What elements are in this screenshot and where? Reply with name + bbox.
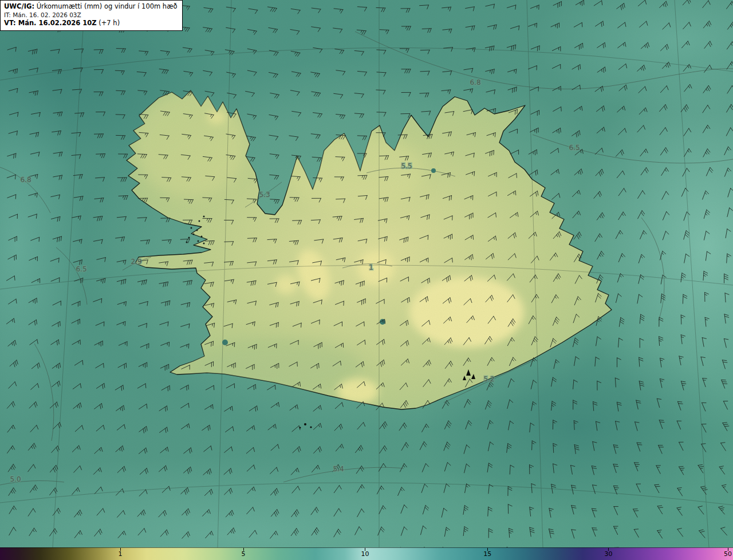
colorbar: 1510153050 <box>0 547 733 560</box>
colorbar-tick-label: 50 <box>724 550 732 558</box>
map-info-box: UWC/IG: Úrkomumætti (mm) og vindur í 100… <box>0 0 183 31</box>
lead-time: (+7 h) <box>97 19 120 27</box>
colorbar-tick-label: 5 <box>241 550 245 558</box>
colorbar-tick-label: 1 <box>118 550 122 558</box>
valid-time-line: VT: Mán. 16.02.2026 10Z (+7 h) <box>4 19 178 27</box>
colorbar-tick-label: 30 <box>604 550 612 558</box>
valid-time: VT: Mán. 16.02.2026 10Z <box>4 19 97 27</box>
map-canvas: 6.86.55.55.36.82.96.515.25.45.0 <box>0 0 733 547</box>
weather-map-app: 6.86.55.55.36.82.96.515.25.45.0 UWC/IG: … <box>0 0 733 560</box>
product-label: UWC/IG: <box>4 2 34 10</box>
colorbar-tick-label: 15 <box>483 550 491 558</box>
product-title: Úrkomumætti (mm) og vindur í 100m hæð <box>34 2 178 10</box>
init-time-line: IT: Mán. 16. 02. 2026 03Z <box>4 11 178 19</box>
product-title-line: UWC/IG: Úrkomumætti (mm) og vindur í 100… <box>4 2 178 11</box>
colorbar-tick-label: 10 <box>361 550 369 558</box>
stipple-texture <box>0 0 733 547</box>
